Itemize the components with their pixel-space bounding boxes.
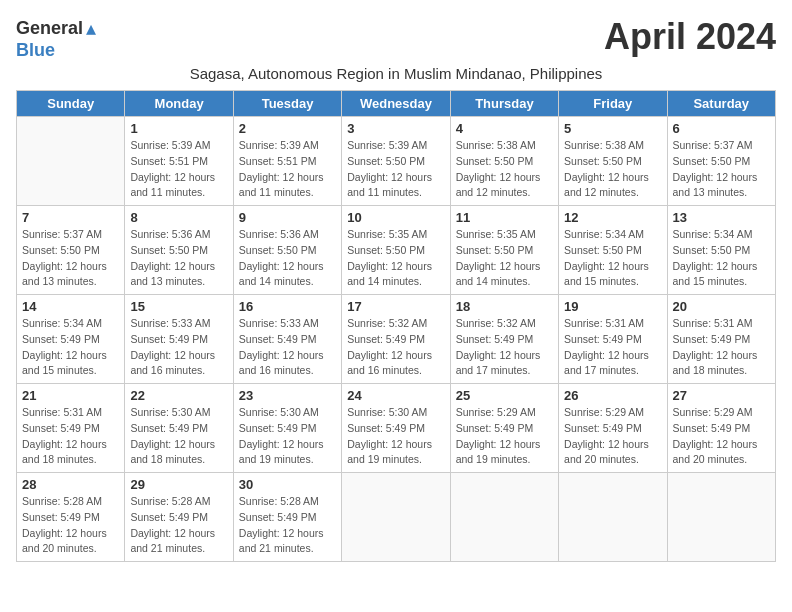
weekday-header-saturday: Saturday: [667, 91, 775, 117]
day-info: Sunrise: 5:36 AM Sunset: 5:50 PM Dayligh…: [239, 227, 336, 290]
calendar-cell: 5Sunrise: 5:38 AM Sunset: 5:50 PM Daylig…: [559, 117, 667, 206]
calendar-cell: 20Sunrise: 5:31 AM Sunset: 5:49 PM Dayli…: [667, 295, 775, 384]
day-number: 1: [130, 121, 227, 136]
calendar-week-2: 7Sunrise: 5:37 AM Sunset: 5:50 PM Daylig…: [17, 206, 776, 295]
day-info: Sunrise: 5:38 AM Sunset: 5:50 PM Dayligh…: [564, 138, 661, 201]
day-info: Sunrise: 5:34 AM Sunset: 5:49 PM Dayligh…: [22, 316, 119, 379]
calendar-cell: [559, 473, 667, 562]
day-info: Sunrise: 5:30 AM Sunset: 5:49 PM Dayligh…: [347, 405, 444, 468]
calendar-cell: 26Sunrise: 5:29 AM Sunset: 5:49 PM Dayli…: [559, 384, 667, 473]
day-number: 26: [564, 388, 661, 403]
day-info: Sunrise: 5:39 AM Sunset: 5:50 PM Dayligh…: [347, 138, 444, 201]
day-info: Sunrise: 5:29 AM Sunset: 5:49 PM Dayligh…: [564, 405, 661, 468]
day-number: 9: [239, 210, 336, 225]
day-info: Sunrise: 5:37 AM Sunset: 5:50 PM Dayligh…: [22, 227, 119, 290]
calendar-table: SundayMondayTuesdayWednesdayThursdayFrid…: [16, 90, 776, 562]
day-number: 7: [22, 210, 119, 225]
calendar-cell: 12Sunrise: 5:34 AM Sunset: 5:50 PM Dayli…: [559, 206, 667, 295]
calendar-cell: 9Sunrise: 5:36 AM Sunset: 5:50 PM Daylig…: [233, 206, 341, 295]
weekday-header-wednesday: Wednesday: [342, 91, 450, 117]
day-info: Sunrise: 5:32 AM Sunset: 5:49 PM Dayligh…: [456, 316, 553, 379]
calendar-cell: 22Sunrise: 5:30 AM Sunset: 5:49 PM Dayli…: [125, 384, 233, 473]
day-info: Sunrise: 5:39 AM Sunset: 5:51 PM Dayligh…: [130, 138, 227, 201]
day-number: 27: [673, 388, 770, 403]
calendar-cell: 21Sunrise: 5:31 AM Sunset: 5:49 PM Dayli…: [17, 384, 125, 473]
day-number: 14: [22, 299, 119, 314]
weekday-header-friday: Friday: [559, 91, 667, 117]
calendar-cell: 18Sunrise: 5:32 AM Sunset: 5:49 PM Dayli…: [450, 295, 558, 384]
day-info: Sunrise: 5:36 AM Sunset: 5:50 PM Dayligh…: [130, 227, 227, 290]
day-number: 20: [673, 299, 770, 314]
day-info: Sunrise: 5:35 AM Sunset: 5:50 PM Dayligh…: [456, 227, 553, 290]
day-number: 4: [456, 121, 553, 136]
day-number: 12: [564, 210, 661, 225]
calendar-cell: 23Sunrise: 5:30 AM Sunset: 5:49 PM Dayli…: [233, 384, 341, 473]
day-info: Sunrise: 5:38 AM Sunset: 5:50 PM Dayligh…: [456, 138, 553, 201]
calendar-cell: 17Sunrise: 5:32 AM Sunset: 5:49 PM Dayli…: [342, 295, 450, 384]
calendar-cell: 27Sunrise: 5:29 AM Sunset: 5:49 PM Dayli…: [667, 384, 775, 473]
weekday-header-thursday: Thursday: [450, 91, 558, 117]
day-info: Sunrise: 5:33 AM Sunset: 5:49 PM Dayligh…: [130, 316, 227, 379]
logo-general: General: [16, 18, 83, 39]
calendar-cell: 28Sunrise: 5:28 AM Sunset: 5:49 PM Dayli…: [17, 473, 125, 562]
calendar-cell: 1Sunrise: 5:39 AM Sunset: 5:51 PM Daylig…: [125, 117, 233, 206]
day-number: 18: [456, 299, 553, 314]
page-header: General ▴ Blue April 2024: [16, 16, 776, 61]
day-info: Sunrise: 5:28 AM Sunset: 5:49 PM Dayligh…: [130, 494, 227, 557]
day-info: Sunrise: 5:30 AM Sunset: 5:49 PM Dayligh…: [130, 405, 227, 468]
calendar-cell: 25Sunrise: 5:29 AM Sunset: 5:49 PM Dayli…: [450, 384, 558, 473]
day-number: 21: [22, 388, 119, 403]
calendar-cell: 11Sunrise: 5:35 AM Sunset: 5:50 PM Dayli…: [450, 206, 558, 295]
calendar-cell: 16Sunrise: 5:33 AM Sunset: 5:49 PM Dayli…: [233, 295, 341, 384]
calendar-cell: 15Sunrise: 5:33 AM Sunset: 5:49 PM Dayli…: [125, 295, 233, 384]
day-number: 25: [456, 388, 553, 403]
day-info: Sunrise: 5:29 AM Sunset: 5:49 PM Dayligh…: [456, 405, 553, 468]
day-info: Sunrise: 5:39 AM Sunset: 5:51 PM Dayligh…: [239, 138, 336, 201]
day-number: 15: [130, 299, 227, 314]
day-number: 10: [347, 210, 444, 225]
day-info: Sunrise: 5:31 AM Sunset: 5:49 PM Dayligh…: [673, 316, 770, 379]
logo-bird-icon: ▴: [86, 16, 96, 40]
calendar-cell: 14Sunrise: 5:34 AM Sunset: 5:49 PM Dayli…: [17, 295, 125, 384]
calendar-cell: 13Sunrise: 5:34 AM Sunset: 5:50 PM Dayli…: [667, 206, 775, 295]
day-info: Sunrise: 5:34 AM Sunset: 5:50 PM Dayligh…: [673, 227, 770, 290]
day-info: Sunrise: 5:32 AM Sunset: 5:49 PM Dayligh…: [347, 316, 444, 379]
calendar-cell: 19Sunrise: 5:31 AM Sunset: 5:49 PM Dayli…: [559, 295, 667, 384]
day-info: Sunrise: 5:31 AM Sunset: 5:49 PM Dayligh…: [22, 405, 119, 468]
calendar-header-row: SundayMondayTuesdayWednesdayThursdayFrid…: [17, 91, 776, 117]
calendar-cell: 24Sunrise: 5:30 AM Sunset: 5:49 PM Dayli…: [342, 384, 450, 473]
calendar-cell: 10Sunrise: 5:35 AM Sunset: 5:50 PM Dayli…: [342, 206, 450, 295]
day-number: 19: [564, 299, 661, 314]
calendar-week-1: 1Sunrise: 5:39 AM Sunset: 5:51 PM Daylig…: [17, 117, 776, 206]
day-number: 28: [22, 477, 119, 492]
day-number: 16: [239, 299, 336, 314]
calendar-cell: 29Sunrise: 5:28 AM Sunset: 5:49 PM Dayli…: [125, 473, 233, 562]
logo-blue: Blue: [16, 40, 55, 60]
day-info: Sunrise: 5:31 AM Sunset: 5:49 PM Dayligh…: [564, 316, 661, 379]
day-info: Sunrise: 5:28 AM Sunset: 5:49 PM Dayligh…: [22, 494, 119, 557]
logo: General ▴ Blue: [16, 16, 96, 61]
day-number: 23: [239, 388, 336, 403]
calendar-cell: 6Sunrise: 5:37 AM Sunset: 5:50 PM Daylig…: [667, 117, 775, 206]
calendar-cell: [342, 473, 450, 562]
day-info: Sunrise: 5:28 AM Sunset: 5:49 PM Dayligh…: [239, 494, 336, 557]
calendar-week-4: 21Sunrise: 5:31 AM Sunset: 5:49 PM Dayli…: [17, 384, 776, 473]
calendar-cell: [667, 473, 775, 562]
month-title: April 2024: [604, 16, 776, 58]
calendar-cell: 2Sunrise: 5:39 AM Sunset: 5:51 PM Daylig…: [233, 117, 341, 206]
day-number: 8: [130, 210, 227, 225]
day-number: 2: [239, 121, 336, 136]
calendar-cell: 7Sunrise: 5:37 AM Sunset: 5:50 PM Daylig…: [17, 206, 125, 295]
day-number: 5: [564, 121, 661, 136]
day-info: Sunrise: 5:30 AM Sunset: 5:49 PM Dayligh…: [239, 405, 336, 468]
weekday-header-tuesday: Tuesday: [233, 91, 341, 117]
calendar-week-5: 28Sunrise: 5:28 AM Sunset: 5:49 PM Dayli…: [17, 473, 776, 562]
calendar-week-3: 14Sunrise: 5:34 AM Sunset: 5:49 PM Dayli…: [17, 295, 776, 384]
day-info: Sunrise: 5:35 AM Sunset: 5:50 PM Dayligh…: [347, 227, 444, 290]
calendar-subtitle: Sagasa, Autonomous Region in Muslim Mind…: [16, 65, 776, 82]
day-number: 11: [456, 210, 553, 225]
day-info: Sunrise: 5:37 AM Sunset: 5:50 PM Dayligh…: [673, 138, 770, 201]
calendar-cell: [17, 117, 125, 206]
weekday-header-sunday: Sunday: [17, 91, 125, 117]
day-number: 6: [673, 121, 770, 136]
